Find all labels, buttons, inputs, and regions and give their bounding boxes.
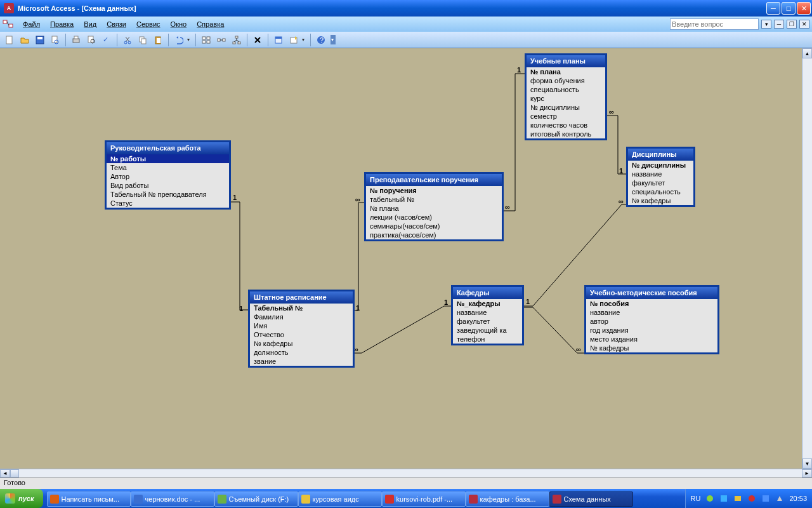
table-shtatnoe-raspisanie[interactable]: Штатное расписание Табельный № Фамилия И…	[249, 290, 354, 367]
table-field[interactable]: семинары(часов/сем)	[366, 222, 502, 231]
table-kafedry[interactable]: Кафедры №_кафедры название факультет зав…	[452, 286, 523, 345]
table-field[interactable]: №_кафедры	[453, 299, 522, 308]
table-rukovoditelskaya-rabota[interactable]: Руководительская работа № работы Тема Ав…	[105, 141, 230, 209]
table-field[interactable]: год издания	[586, 326, 717, 335]
table-field[interactable]: Вид работы	[107, 181, 229, 190]
start-button[interactable]: пуск	[0, 489, 43, 508]
table-field[interactable]: название	[628, 170, 693, 178]
table-field[interactable]: № работы	[107, 154, 229, 163]
menu-service[interactable]: Сервис	[131, 18, 166, 30]
table-field[interactable]: факультет	[453, 317, 522, 326]
table-field[interactable]: курс	[527, 94, 605, 103]
table-title[interactable]: Учебно-методические пособия	[586, 287, 717, 299]
child-minimize-button[interactable]: ─	[774, 20, 784, 29]
scroll-thumb[interactable]	[10, 469, 19, 478]
table-field[interactable]: практика(часов/сем)	[366, 231, 502, 239]
help-question-input[interactable]	[670, 18, 759, 30]
tray-icon[interactable]	[747, 494, 756, 503]
scroll-right-icon[interactable]: ►	[802, 469, 812, 478]
show-all-relations-icon[interactable]	[230, 33, 244, 47]
spellcheck-icon[interactable]: ✓	[100, 33, 114, 47]
tray-icon[interactable]	[719, 494, 728, 503]
menu-file[interactable]: Файл	[18, 18, 45, 30]
table-field[interactable]: Статус	[107, 199, 229, 208]
table-field[interactable]: специальность	[628, 187, 693, 196]
table-field[interactable]: количество часов	[527, 121, 605, 130]
scroll-up-icon[interactable]: ▲	[802, 48, 812, 58]
table-title[interactable]: Учебные планы	[527, 55, 605, 67]
table-field[interactable]: звание	[250, 357, 353, 366]
database-window-icon[interactable]	[272, 33, 285, 47]
table-field[interactable]: Фамилия	[250, 312, 353, 321]
table-field[interactable]: должность	[250, 348, 353, 357]
table-field[interactable]: № кафедры	[628, 196, 693, 205]
tray-icon[interactable]	[733, 494, 742, 503]
table-uchebnye-plany[interactable]: Учебные планы № плана форма обучения спе…	[525, 54, 606, 140]
menu-help[interactable]: Справка	[192, 18, 229, 30]
tray-icon[interactable]	[705, 494, 714, 503]
table-field[interactable]: автор	[586, 317, 717, 326]
new-file-icon[interactable]	[3, 33, 16, 47]
table-field[interactable]: Отчество	[250, 330, 353, 339]
toolbar-overflow[interactable]: ▾	[331, 35, 336, 44]
table-field[interactable]: итоговый контроль	[527, 130, 605, 138]
table-field[interactable]: № кафедры	[250, 339, 353, 348]
save-icon[interactable]	[33, 33, 47, 47]
taskbar-task[interactable]: Написать письм...	[47, 491, 131, 507]
table-title[interactable]: Кафедры	[453, 287, 522, 299]
undo-icon[interactable]	[172, 33, 186, 47]
table-title[interactable]: Руководительская работа	[107, 142, 229, 154]
table-field[interactable]: Тема	[107, 163, 229, 172]
table-field[interactable]: № плана	[366, 204, 502, 213]
taskbar-task[interactable]: кафедры : база...	[466, 491, 549, 507]
copy-icon[interactable]	[136, 33, 150, 47]
table-field[interactable]: специальность	[527, 85, 605, 94]
new-object-dropdown[interactable]: ▾	[302, 37, 307, 43]
open-icon[interactable]	[18, 33, 32, 47]
table-title[interactable]: Дисциплины	[628, 149, 693, 161]
table-title[interactable]: Преподавательские поручения	[366, 174, 502, 186]
scroll-down-icon[interactable]: ▼	[802, 458, 812, 469]
minimize-button[interactable]: ─	[766, 2, 780, 15]
help-icon[interactable]: ?	[314, 33, 328, 47]
menu-relations[interactable]: Связи	[102, 18, 131, 30]
table-field[interactable]: заведующий ка	[453, 326, 522, 335]
table-field[interactable]: название	[453, 308, 522, 317]
table-field[interactable]: табельный №	[366, 195, 502, 204]
undo-dropdown[interactable]: ▾	[187, 37, 192, 43]
taskbar-task[interactable]: курсовая аидс	[298, 491, 382, 507]
table-field[interactable]: Табельный № преподавателя	[107, 190, 229, 199]
horizontal-scrollbar[interactable]: ◄ ►	[0, 469, 812, 478]
delete-icon[interactable]	[251, 33, 265, 47]
system-tray[interactable]: RU 20:53	[685, 489, 812, 508]
table-field[interactable]: № пособия	[586, 299, 717, 308]
table-title[interactable]: Штатное расписание	[250, 291, 353, 304]
taskbar-task[interactable]: черновик.doc - ...	[131, 491, 214, 507]
table-field[interactable]: № плана	[527, 67, 605, 76]
child-close-button[interactable]: ✕	[799, 20, 809, 29]
table-uchebno-metodicheskie-posobiya[interactable]: Учебно-методические пособия № пособия на…	[585, 286, 719, 354]
paste-icon[interactable]	[151, 33, 165, 47]
print-preview-icon[interactable]	[84, 33, 98, 47]
show-direct-relations-icon[interactable]	[214, 33, 228, 47]
table-field[interactable]: телефон	[453, 335, 522, 344]
child-restore-button[interactable]: ❐	[787, 20, 797, 29]
scroll-left-icon[interactable]: ◄	[0, 469, 10, 478]
menu-view[interactable]: Вид	[79, 18, 102, 30]
maximize-button[interactable]: □	[782, 2, 796, 15]
new-object-icon[interactable]	[287, 33, 301, 47]
relations-canvas[interactable]: 1 1 1 ∞ ∞ 1 ∞ 1 ∞ 1 1 ∞ ∞ Руководительск…	[0, 48, 812, 469]
question-dropdown[interactable]: ▾	[761, 20, 771, 29]
table-field[interactable]: № дисциплины	[527, 103, 605, 112]
table-field[interactable]: факультет	[628, 178, 693, 187]
table-field[interactable]: № кафедры	[586, 344, 717, 352]
table-prepodavatelskie-porucheniya[interactable]: Преподавательские поручения № поручения …	[365, 173, 503, 241]
table-field[interactable]: № поручения	[366, 186, 502, 195]
table-field[interactable]: семестр	[527, 112, 605, 121]
vertical-scrollbar[interactable]: ▲ ▼	[802, 48, 812, 469]
table-field[interactable]: форма обучения	[527, 76, 605, 85]
table-field[interactable]: Автор	[107, 172, 229, 181]
table-field[interactable]: лекции (часов/сем)	[366, 213, 502, 222]
tray-icon[interactable]	[761, 494, 770, 503]
table-field[interactable]: место издания	[586, 335, 717, 344]
